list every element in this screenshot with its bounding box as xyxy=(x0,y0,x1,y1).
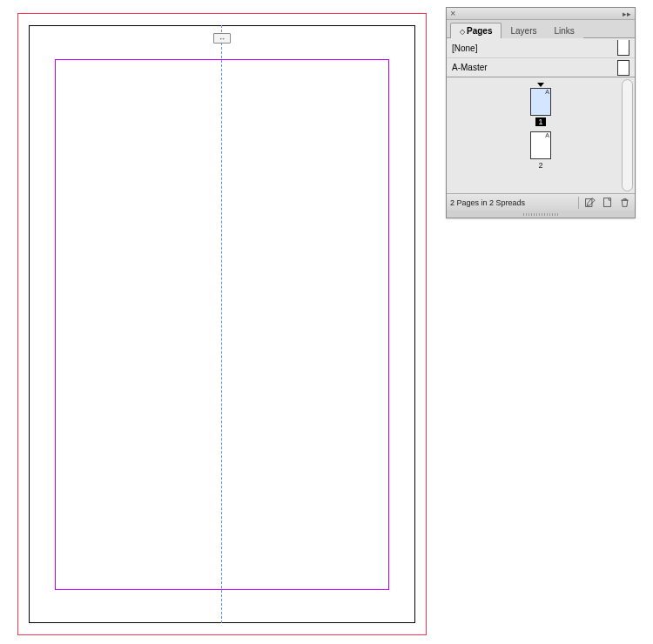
close-icon[interactable]: × xyxy=(450,10,458,17)
master-thumb-icon xyxy=(617,60,629,76)
scrollbar[interactable] xyxy=(622,79,633,191)
document-canvas[interactable] xyxy=(17,13,427,635)
tab-pages[interactable]: ◇Pages xyxy=(450,23,502,38)
delete-page-button[interactable] xyxy=(617,197,631,209)
master-letter: A xyxy=(545,89,549,95)
vertical-guide[interactable] xyxy=(221,25,222,623)
tab-links[interactable]: Links xyxy=(545,23,582,38)
master-item-none[interactable]: [None] xyxy=(447,38,635,57)
master-item-amaster[interactable]: A-Master xyxy=(447,57,635,77)
master-thumb-icon xyxy=(617,40,629,56)
current-spread-arrow-icon xyxy=(537,83,544,87)
panel-footer: 2 Pages in 2 Spreads xyxy=(447,193,635,211)
tab-label: Pages xyxy=(467,26,492,36)
separator xyxy=(578,197,579,209)
spread-2[interactable]: A 2 xyxy=(530,131,551,170)
panel-titlebar[interactable]: × ▸▸ xyxy=(447,8,635,20)
master-label: [None] xyxy=(452,44,477,53)
pages-panel: × ▸▸ ◇Pages Layers Links [None] A-Master xyxy=(446,7,636,218)
masters-list: [None] A-Master xyxy=(447,37,635,77)
tab-layers[interactable]: Layers xyxy=(502,23,545,38)
spread-1[interactable]: A 1 xyxy=(530,83,551,126)
tab-label: Layers xyxy=(510,26,536,36)
pages-list: A 1 A 2 xyxy=(447,77,635,193)
new-page-button[interactable] xyxy=(600,197,614,209)
collapse-icon[interactable]: ▸▸ xyxy=(623,10,631,18)
svg-rect-1 xyxy=(603,198,610,207)
master-letter: A xyxy=(545,132,549,138)
page-number: 2 xyxy=(535,161,545,170)
edit-page-size-button[interactable] xyxy=(582,197,596,209)
page-number: 1 xyxy=(535,117,545,126)
page-thumb[interactable]: A xyxy=(530,131,551,159)
panel-tabs: ◇Pages Layers Links xyxy=(447,20,635,37)
panel-resize-grip[interactable] xyxy=(447,211,635,218)
tab-label: Links xyxy=(554,26,574,36)
margin-box xyxy=(55,59,389,590)
status-text: 2 Pages in 2 Spreads xyxy=(450,198,575,207)
page-thumb[interactable]: A xyxy=(530,88,551,116)
sort-icon: ◇ xyxy=(460,28,465,36)
master-label: A-Master xyxy=(452,63,488,72)
text-split-icon[interactable] xyxy=(213,33,231,44)
